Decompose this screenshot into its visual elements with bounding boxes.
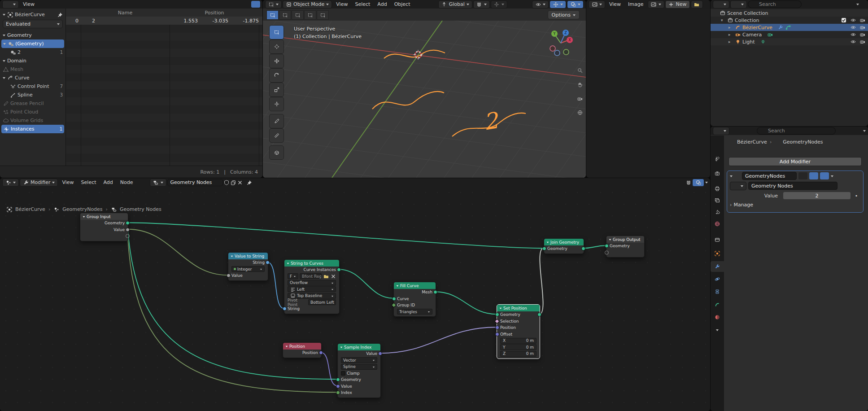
Bottom Left-dropdown[interactable]: Bottom Left — [308, 299, 336, 305]
proportional-editing-button[interactable] — [491, 0, 507, 9]
viewport-menu-add[interactable]: Add — [374, 1, 390, 8]
Mesh-socket[interactable] — [433, 290, 437, 294]
properties-tab-scene[interactable] — [711, 206, 724, 217]
filter-mode-button[interactable] — [730, 0, 747, 9]
copy-icon[interactable] — [847, 183, 853, 189]
transform-tool[interactable] — [269, 97, 284, 111]
pin-icon[interactable] — [857, 140, 863, 145]
domain-control-point[interactable]: Control Point7 — [0, 82, 65, 91]
node-fill-curve[interactable]: Fill CurveMeshCurveGroup IDTriangles — [393, 282, 436, 317]
font-name-field[interactable]: Bfont Reg... — [300, 273, 322, 279]
domain-instances[interactable]: Instances1 — [1, 125, 64, 133]
viewport-menu-select[interactable]: Select — [352, 1, 373, 8]
breadcrumb-2[interactable]: Geometry Nodes — [120, 206, 161, 212]
outliner-row-camera[interactable]: ▸Camera — [711, 31, 868, 38]
editor-type-button[interactable] — [589, 0, 605, 9]
add-cube-tool[interactable] — [269, 145, 284, 160]
eye-icon[interactable] — [850, 39, 856, 45]
camera-icon[interactable] — [859, 25, 865, 31]
spreadsheet-view-menu[interactable]: View — [20, 1, 38, 8]
show-overlays-toggle[interactable] — [567, 0, 584, 9]
shield-icon[interactable] — [839, 183, 845, 189]
node-header-string-to-curves[interactable]: String to Curves — [284, 260, 339, 267]
String-socket[interactable] — [266, 261, 270, 265]
object-visibility-dropdown[interactable] — [532, 0, 549, 9]
node-group-name-field[interactable]: Geometry Nodes — [748, 182, 837, 190]
manage-subpanel[interactable]: ›Manage — [727, 201, 863, 209]
properties-tab-collectiontab[interactable] — [711, 234, 724, 245]
geometry-2[interactable]: 21 — [0, 48, 65, 57]
copy-button[interactable] — [231, 179, 236, 185]
open-image-button[interactable] — [691, 0, 703, 9]
node-menu-select[interactable]: Select — [78, 179, 100, 186]
image-menu-view[interactable]: View — [606, 1, 624, 8]
Offset-socket[interactable] — [495, 332, 499, 336]
eye-icon[interactable] — [850, 32, 856, 38]
geometry-section[interactable]: Geometry — [0, 31, 65, 39]
add-modifier-button[interactable]: Add Modifier — [728, 157, 862, 166]
node-canvas[interactable]: BézierCurve›GeometryNodes›Geometry Nodes… — [0, 187, 710, 411]
image-menu-image[interactable]: Image — [625, 1, 646, 8]
properties-tab-more[interactable] — [711, 324, 724, 335]
close-button[interactable] — [237, 179, 243, 185]
Curve-socket[interactable] — [392, 297, 396, 301]
transform-orientation-dropdown[interactable]: Global — [438, 0, 472, 9]
pin-icon[interactable] — [247, 179, 253, 185]
node-group-output[interactable]: Group OutputGeometry — [606, 236, 645, 258]
node-tree-type-dropdown[interactable]: Modifier — [20, 179, 58, 187]
node-position[interactable]: PositionPosition — [283, 342, 322, 358]
node-header-group-input[interactable]: Group Input — [80, 213, 128, 220]
new-image-button[interactable]: New — [665, 0, 690, 9]
Geometry-socket[interactable] — [605, 244, 609, 248]
virtual-socket[interactable] — [605, 250, 609, 254]
breadcrumb-object[interactable]: BézierCurve — [737, 139, 767, 145]
breadcrumb-1[interactable]: GeometryNodes — [62, 206, 102, 212]
rotate-tool[interactable] — [269, 68, 284, 83]
Position-socket[interactable] — [495, 326, 499, 330]
select-box-tool[interactable] — [269, 25, 284, 39]
Vector-dropdown[interactable]: Vector — [341, 357, 377, 363]
camera-nav-button[interactable] — [575, 94, 585, 104]
node-group-name-field[interactable]: Geometry Nodes — [167, 179, 223, 186]
display-mode-button[interactable] — [713, 0, 729, 9]
Triangles-dropdown[interactable]: Triangles — [397, 309, 432, 315]
viewport-menu-view[interactable]: View — [333, 1, 351, 8]
breadcrumb-0[interactable]: BézierCurve — [15, 206, 45, 212]
Geometry-socket[interactable] — [542, 247, 546, 251]
Overflow-dropdown[interactable]: Overflow — [288, 280, 336, 286]
eye-icon[interactable] — [850, 17, 856, 23]
Value-socket[interactable] — [126, 227, 130, 232]
outliner-row-scene-collection[interactable]: Scene Collection — [711, 9, 868, 17]
editor-type-button[interactable] — [265, 0, 282, 9]
handtool-nav-button[interactable] — [575, 80, 585, 90]
font-selector[interactable]: F — [288, 273, 298, 279]
search-nav-button[interactable] — [575, 66, 585, 75]
Geometry-socket[interactable] — [581, 247, 585, 251]
X-value-field[interactable]: X0 m — [500, 338, 537, 344]
column-header-position[interactable]: Position — [170, 9, 259, 17]
node-set-position[interactable]: Set PositionGeometrySelectionPositionOff… — [497, 304, 540, 359]
cursor-tool[interactable] — [269, 39, 284, 54]
image-datablock-button[interactable] — [648, 0, 664, 9]
editor-type-button[interactable] — [2, 0, 19, 9]
domain-curve[interactable]: Curve — [0, 74, 65, 82]
navigation-gizmo[interactable]: YZX — [546, 29, 575, 57]
properties-editor-type-button[interactable] — [713, 127, 729, 135]
Geometry-socket[interactable] — [537, 313, 541, 317]
Left-dropdown[interactable]: Left — [288, 286, 336, 292]
outliner-row-collection[interactable]: ▾Collection — [711, 17, 868, 24]
filter-toggle-button[interactable] — [251, 1, 260, 8]
funnel-icon[interactable] — [850, 1, 855, 7]
camera-icon[interactable] — [859, 39, 865, 45]
select-set-button[interactable] — [266, 10, 279, 20]
node-group-input[interactable]: Group InputGeometryValue — [80, 213, 128, 241]
new-collection-icon[interactable] — [860, 1, 866, 7]
geometry--geometry-[interactable]: (Geometry) — [1, 39, 64, 48]
close-icon[interactable] — [855, 183, 860, 189]
node-header-sample-index[interactable]: Sample Index — [338, 344, 380, 350]
Curve Instances-socket[interactable] — [337, 268, 341, 272]
Z-value-field[interactable]: Z0 m — [500, 351, 537, 357]
node-menu-add[interactable]: Add — [100, 179, 116, 186]
checkbox-icon[interactable] — [841, 17, 846, 23]
domain-mesh[interactable]: Mesh — [0, 65, 65, 74]
